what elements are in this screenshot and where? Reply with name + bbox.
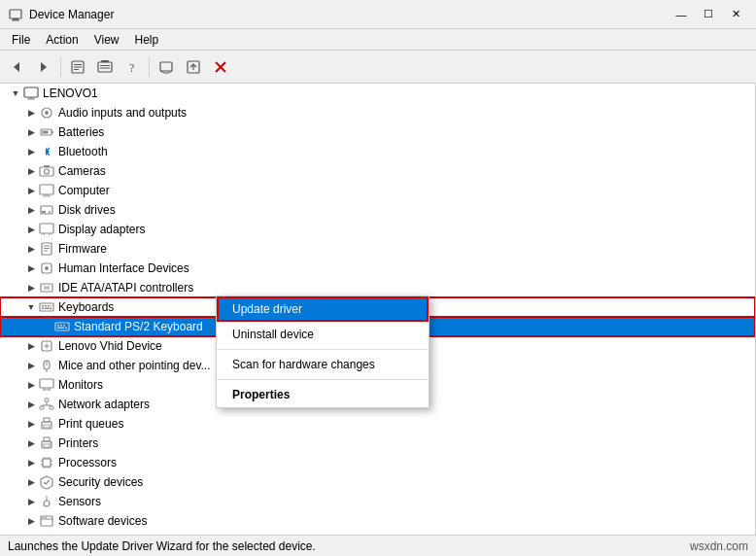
expand-arrow: ▶	[23, 241, 39, 257]
keyboards-label: Keyboards	[58, 300, 114, 314]
remove-button[interactable]	[208, 54, 233, 80]
monitor-icon	[39, 377, 54, 393]
help-button[interactable]: ?	[120, 54, 145, 80]
device-tree[interactable]: ▼ LENOVO1 ▶ Audio inputs and outputs	[0, 84, 756, 535]
svg-marker-4	[41, 62, 47, 72]
svg-rect-83	[44, 418, 50, 422]
hid-label: Human Interface Devices	[58, 261, 189, 275]
menu-file[interactable]: File	[4, 31, 38, 49]
tree-item-software[interactable]: ▶ Software devices	[0, 511, 755, 531]
network-label: Network adapters	[58, 398, 150, 411]
menu-help[interactable]: Help	[127, 31, 167, 49]
svg-rect-7	[74, 66, 82, 67]
hid-icon	[39, 261, 54, 276]
tree-item-bluetooth[interactable]: ▶ Bluetooth	[0, 142, 755, 161]
maximize-button[interactable]: ☐	[696, 5, 721, 24]
software-icon	[39, 513, 54, 529]
svg-point-103	[43, 517, 45, 519]
sound-icon	[39, 533, 54, 535]
tree-item-processors[interactable]: ▶ Processors	[0, 453, 755, 472]
svg-rect-1	[13, 18, 18, 20]
computer-label: Computer	[58, 184, 110, 197]
status-text: Launches the Update Driver Wizard for th…	[8, 539, 316, 553]
expand-arrow: ▶	[23, 435, 39, 451]
tree-item-audio[interactable]: ▶ Audio inputs and outputs	[0, 103, 755, 122]
update-button[interactable]	[181, 54, 206, 80]
mice-label: Mice and other pointing dev...	[58, 359, 211, 372]
camera-icon	[39, 163, 54, 179]
mice-icon	[39, 358, 54, 373]
expand-arrow: ▼	[8, 86, 23, 101]
expand-arrow: ▶	[23, 202, 39, 218]
ctx-uninstall-device[interactable]: Uninstall device	[217, 322, 429, 347]
expand-arrow: ▶	[23, 144, 39, 159]
svg-point-38	[49, 211, 51, 213]
svg-rect-54	[48, 305, 50, 307]
svg-rect-57	[45, 308, 50, 310]
lenovo-vhid-label: Lenovo Vhid Device	[58, 339, 162, 353]
svg-rect-76	[40, 406, 44, 409]
monitors-label: Monitors	[58, 378, 103, 392]
svg-rect-59	[55, 323, 69, 330]
ctx-scan-hardware[interactable]: Scan for hardware changes	[217, 352, 429, 377]
scan-button[interactable]	[92, 54, 118, 80]
ctx-update-driver[interactable]: Update driver	[217, 296, 429, 322]
printer-icon	[39, 435, 54, 451]
tree-item-batteries[interactable]: ▶ Batteries	[0, 122, 755, 142]
status-brand: wsxdn.com	[690, 539, 748, 553]
firmware-label: Firmware	[58, 242, 107, 256]
minimize-button[interactable]: —	[669, 5, 694, 24]
tree-item-security[interactable]: ▶ Security devices	[0, 472, 755, 492]
tree-item-computer[interactable]: ▶ Computer	[0, 181, 755, 200]
svg-rect-6	[74, 64, 82, 65]
sensors-label: Sensors	[58, 495, 101, 508]
menu-action[interactable]: Action	[38, 31, 86, 49]
svg-rect-89	[43, 459, 51, 467]
svg-rect-51	[40, 303, 53, 311]
svg-rect-24	[27, 99, 35, 100]
menu-view[interactable]: View	[86, 31, 127, 49]
svg-rect-32	[44, 165, 50, 167]
forward-button[interactable]	[31, 54, 56, 80]
svg-rect-75	[45, 399, 49, 401]
tree-item-disk[interactable]: ▶ Disk drives	[0, 200, 755, 220]
back-button[interactable]	[4, 54, 29, 80]
tree-item-firmware[interactable]: ▶ Firmware	[0, 239, 755, 259]
tree-item-ide[interactable]: ▶ IDE ATA/ATAPI controllers	[0, 278, 755, 297]
svg-rect-64	[65, 328, 67, 330]
ctx-separator-2	[217, 379, 429, 380]
properties-button[interactable]	[65, 54, 90, 80]
svg-rect-35	[43, 196, 51, 197]
svg-text:?: ?	[129, 61, 134, 75]
svg-rect-28	[52, 131, 53, 133]
tree-item-hid[interactable]: ▶ Human Interface Devices	[0, 259, 755, 278]
toolbar: ?	[0, 51, 756, 84]
bluetooth-icon	[39, 144, 54, 159]
expand-arrow: ▶	[23, 494, 39, 509]
batteries-label: Batteries	[58, 125, 104, 139]
expand-arrow: ▶	[23, 163, 39, 179]
svg-rect-48	[41, 284, 52, 292]
tree-item-print-queues[interactable]: ▶ Print queues	[0, 414, 755, 434]
tree-item-lenovo1[interactable]: ▼ LENOVO1	[0, 84, 755, 103]
tree-item-sound[interactable]: ▶ Sound, video and game controllers	[0, 531, 755, 535]
tree-item-display[interactable]: ▶ Display adapters	[0, 220, 755, 239]
sensor-icon	[39, 494, 54, 509]
svg-rect-9	[98, 62, 112, 72]
tree-item-cameras[interactable]: ▶ Cameras	[0, 161, 755, 181]
show-hidden-button[interactable]	[154, 54, 179, 80]
close-button[interactable]: ✕	[723, 5, 748, 24]
vhid-icon	[39, 338, 54, 354]
svg-rect-2	[12, 19, 19, 20]
ide-label: IDE ATA/ATAPI controllers	[58, 281, 193, 295]
expand-arrow: ▶	[23, 358, 39, 373]
cpu-icon	[39, 455, 54, 470]
svg-rect-23	[28, 97, 34, 99]
tree-item-printers[interactable]: ▶ Printers	[0, 434, 755, 453]
tree-item-sensors[interactable]: ▶ Sensors	[0, 492, 755, 511]
cameras-label: Cameras	[58, 164, 106, 178]
svg-point-104	[45, 517, 47, 519]
svg-rect-14	[160, 62, 172, 71]
ctx-properties[interactable]: Properties	[217, 382, 429, 407]
software-label: Software devices	[58, 514, 147, 528]
